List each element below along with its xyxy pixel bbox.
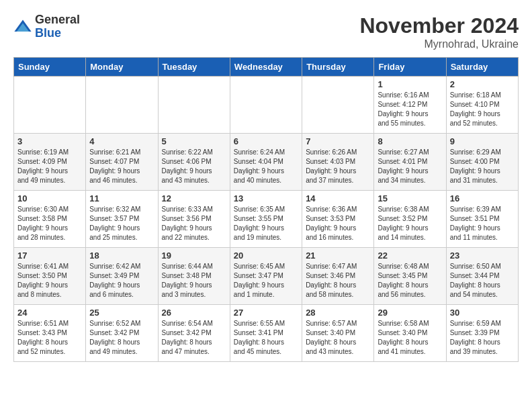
- day-info: Sunrise: 6:42 AM Sunset: 3:49 PM Dayligh…: [89, 262, 154, 300]
- header-row: SundayMondayTuesdayWednesdayThursdayFrid…: [14, 58, 519, 77]
- week-row-4: 17Sunrise: 6:41 AM Sunset: 3:50 PM Dayli…: [14, 248, 519, 305]
- day-info: Sunrise: 6:57 AM Sunset: 3:40 PM Dayligh…: [306, 319, 370, 357]
- day-number: 12: [162, 193, 226, 203]
- calendar-cell: 18Sunrise: 6:42 AM Sunset: 3:49 PM Dayli…: [86, 248, 158, 305]
- calendar-cell: [14, 77, 86, 134]
- day-info: Sunrise: 6:59 AM Sunset: 3:39 PM Dayligh…: [450, 319, 515, 357]
- calendar-cell: 15Sunrise: 6:38 AM Sunset: 3:52 PM Dayli…: [374, 191, 446, 248]
- calendar-cell: 21Sunrise: 6:47 AM Sunset: 3:46 PM Dayli…: [302, 248, 374, 305]
- day-info: Sunrise: 6:27 AM Sunset: 4:01 PM Dayligh…: [378, 148, 442, 185]
- day-number: 27: [234, 308, 298, 318]
- day-info: Sunrise: 6:45 AM Sunset: 3:47 PM Dayligh…: [234, 262, 298, 300]
- title-area: November 2024 Myrnohrad, Ukraine: [359, 13, 519, 50]
- calendar-cell: 17Sunrise: 6:41 AM Sunset: 3:50 PM Dayli…: [14, 248, 86, 305]
- day-info: Sunrise: 6:44 AM Sunset: 3:48 PM Dayligh…: [162, 262, 226, 300]
- day-info: Sunrise: 6:41 AM Sunset: 3:50 PM Dayligh…: [17, 262, 82, 300]
- calendar-cell: [302, 77, 374, 134]
- day-info: Sunrise: 6:54 AM Sunset: 3:42 PM Dayligh…: [162, 319, 226, 357]
- day-number: 22: [378, 250, 442, 261]
- calendar-cell: 6Sunrise: 6:24 AM Sunset: 4:04 PM Daylig…: [230, 134, 302, 191]
- calendar-cell: 22Sunrise: 6:48 AM Sunset: 3:45 PM Dayli…: [374, 248, 446, 305]
- day-info: Sunrise: 6:35 AM Sunset: 3:55 PM Dayligh…: [234, 205, 298, 242]
- header-day-wednesday: Wednesday: [230, 58, 302, 77]
- calendar-cell: 27Sunrise: 6:55 AM Sunset: 3:41 PM Dayli…: [230, 305, 302, 362]
- calendar-cell: [158, 77, 230, 134]
- day-info: Sunrise: 6:58 AM Sunset: 3:40 PM Dayligh…: [378, 319, 442, 357]
- header: General Blue November 2024 Myrnohrad, Uk…: [13, 13, 519, 50]
- calendar-cell: 7Sunrise: 6:26 AM Sunset: 4:03 PM Daylig…: [302, 134, 374, 191]
- day-number: 7: [306, 136, 370, 146]
- header-day-friday: Friday: [374, 58, 446, 77]
- day-number: 24: [17, 308, 82, 318]
- calendar-table: SundayMondayTuesdayWednesdayThursdayFrid…: [13, 57, 519, 362]
- sub-title: Myrnohrad, Ukraine: [359, 38, 519, 50]
- day-info: Sunrise: 6:19 AM Sunset: 4:09 PM Dayligh…: [17, 148, 82, 185]
- header-day-monday: Monday: [86, 58, 158, 77]
- day-number: 10: [17, 193, 82, 203]
- day-number: 3: [17, 136, 82, 146]
- day-number: 28: [306, 308, 370, 318]
- week-row-3: 10Sunrise: 6:30 AM Sunset: 3:58 PM Dayli…: [14, 191, 519, 248]
- calendar-cell: 10Sunrise: 6:30 AM Sunset: 3:58 PM Dayli…: [14, 191, 86, 248]
- calendar-cell: 25Sunrise: 6:52 AM Sunset: 3:42 PM Dayli…: [86, 305, 158, 362]
- week-row-1: 1Sunrise: 6:16 AM Sunset: 4:12 PM Daylig…: [14, 77, 519, 134]
- day-number: 8: [378, 136, 442, 146]
- logo-text: General Blue: [35, 13, 80, 40]
- day-number: 15: [378, 193, 442, 203]
- calendar-cell: 3Sunrise: 6:19 AM Sunset: 4:09 PM Daylig…: [14, 134, 86, 191]
- day-info: Sunrise: 6:22 AM Sunset: 4:06 PM Dayligh…: [162, 148, 226, 185]
- day-info: Sunrise: 6:55 AM Sunset: 3:41 PM Dayligh…: [234, 319, 298, 357]
- logo: General Blue: [13, 13, 80, 40]
- day-info: Sunrise: 6:39 AM Sunset: 3:51 PM Dayligh…: [450, 205, 515, 242]
- day-number: 26: [162, 308, 226, 318]
- day-number: 1: [378, 79, 442, 89]
- day-info: Sunrise: 6:51 AM Sunset: 3:43 PM Dayligh…: [17, 319, 82, 357]
- day-number: 25: [89, 308, 154, 318]
- day-info: Sunrise: 6:38 AM Sunset: 3:52 PM Dayligh…: [378, 205, 442, 242]
- day-number: 9: [450, 136, 515, 146]
- day-info: Sunrise: 6:21 AM Sunset: 4:07 PM Dayligh…: [89, 148, 154, 185]
- calendar-cell: 14Sunrise: 6:36 AM Sunset: 3:53 PM Dayli…: [302, 191, 374, 248]
- day-info: Sunrise: 6:32 AM Sunset: 3:57 PM Dayligh…: [89, 205, 154, 242]
- day-number: 21: [306, 250, 370, 261]
- calendar-cell: 23Sunrise: 6:50 AM Sunset: 3:44 PM Dayli…: [446, 248, 518, 305]
- day-number: 23: [450, 250, 515, 261]
- calendar-cell: 28Sunrise: 6:57 AM Sunset: 3:40 PM Dayli…: [302, 305, 374, 362]
- logo-icon: [13, 17, 32, 36]
- calendar-cell: [86, 77, 158, 134]
- day-info: Sunrise: 6:47 AM Sunset: 3:46 PM Dayligh…: [306, 262, 370, 300]
- day-info: Sunrise: 6:30 AM Sunset: 3:58 PM Dayligh…: [17, 205, 82, 242]
- day-number: 4: [89, 136, 154, 146]
- day-number: 20: [234, 250, 298, 261]
- day-number: 14: [306, 193, 370, 203]
- day-info: Sunrise: 6:29 AM Sunset: 4:00 PM Dayligh…: [450, 148, 515, 185]
- day-number: 18: [89, 250, 154, 261]
- day-number: 13: [234, 193, 298, 203]
- header-day-tuesday: Tuesday: [158, 58, 230, 77]
- calendar-cell: 2Sunrise: 6:18 AM Sunset: 4:10 PM Daylig…: [446, 77, 518, 134]
- day-info: Sunrise: 6:26 AM Sunset: 4:03 PM Dayligh…: [306, 148, 370, 185]
- calendar-cell: 16Sunrise: 6:39 AM Sunset: 3:51 PM Dayli…: [446, 191, 518, 248]
- day-number: 30: [450, 308, 515, 318]
- calendar-cell: 20Sunrise: 6:45 AM Sunset: 3:47 PM Dayli…: [230, 248, 302, 305]
- day-number: 16: [450, 193, 515, 203]
- day-number: 11: [89, 193, 154, 203]
- calendar-cell: 4Sunrise: 6:21 AM Sunset: 4:07 PM Daylig…: [86, 134, 158, 191]
- day-number: 19: [162, 250, 226, 261]
- logo-blue: Blue: [35, 26, 61, 40]
- day-number: 6: [234, 136, 298, 146]
- day-number: 29: [378, 308, 442, 318]
- calendar-cell: 1Sunrise: 6:16 AM Sunset: 4:12 PM Daylig…: [374, 77, 446, 134]
- day-number: 5: [162, 136, 226, 146]
- logo-general: General: [35, 13, 80, 26]
- day-info: Sunrise: 6:33 AM Sunset: 3:56 PM Dayligh…: [162, 205, 226, 242]
- day-info: Sunrise: 6:16 AM Sunset: 4:12 PM Dayligh…: [378, 91, 442, 128]
- day-info: Sunrise: 6:36 AM Sunset: 3:53 PM Dayligh…: [306, 205, 370, 242]
- day-number: 17: [17, 250, 82, 261]
- calendar-cell: 29Sunrise: 6:58 AM Sunset: 3:40 PM Dayli…: [374, 305, 446, 362]
- calendar-cell: 30Sunrise: 6:59 AM Sunset: 3:39 PM Dayli…: [446, 305, 518, 362]
- week-row-2: 3Sunrise: 6:19 AM Sunset: 4:09 PM Daylig…: [14, 134, 519, 191]
- calendar-cell: 26Sunrise: 6:54 AM Sunset: 3:42 PM Dayli…: [158, 305, 230, 362]
- calendar-cell: 9Sunrise: 6:29 AM Sunset: 4:00 PM Daylig…: [446, 134, 518, 191]
- calendar-cell: 8Sunrise: 6:27 AM Sunset: 4:01 PM Daylig…: [374, 134, 446, 191]
